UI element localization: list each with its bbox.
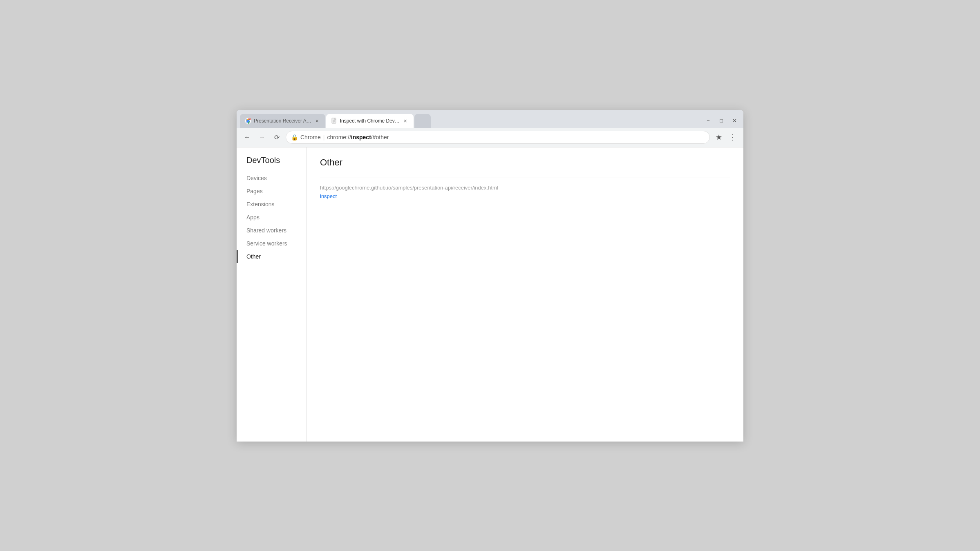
address-bold: inspect [351, 134, 371, 141]
sidebar-item-pages[interactable]: Pages [237, 185, 307, 198]
svg-point-2 [247, 120, 249, 122]
browser-window: Presentation Receiver A… × Inspect with … [237, 110, 743, 442]
close-button[interactable]: ✕ [729, 116, 740, 125]
address-bar-input[interactable]: 🔒 Chrome | chrome://inspect/#other [286, 131, 710, 144]
sidebar: DevTools Devices Pages Extensions Apps S… [237, 147, 307, 442]
main-content: Other https://googlechrome.github.io/sam… [307, 147, 743, 442]
section-divider [320, 178, 730, 178]
security-icon: 🔒 [291, 134, 298, 141]
address-path: chrome://inspect/#other [327, 134, 389, 141]
sidebar-item-apps[interactable]: Apps [237, 211, 307, 224]
entry-url: https://googlechrome.github.io/samples/p… [320, 185, 730, 191]
menu-button[interactable]: ⋮ [727, 132, 738, 143]
restore-button[interactable]: □ [716, 116, 727, 125]
sidebar-item-service-workers[interactable]: Service workers [237, 237, 307, 250]
tab1-title: Presentation Receiver A… [254, 118, 311, 124]
back-button[interactable]: ← [242, 132, 253, 143]
window-controls: − □ ✕ [703, 116, 740, 128]
page-title: Other [320, 157, 730, 168]
address-origin: Chrome [300, 134, 321, 141]
doc-icon [331, 118, 338, 124]
bookmark-button[interactable]: ★ [713, 132, 725, 143]
address-scheme: chrome:// [327, 134, 351, 141]
tab-presentation-receiver[interactable]: Presentation Receiver A… × [240, 114, 325, 128]
address-separator: | [323, 134, 325, 141]
chrome-app-icon [245, 118, 251, 124]
address-bar-right: ★ ⋮ [713, 132, 738, 143]
address-hash: /#other [371, 134, 389, 141]
minimize-button[interactable]: − [703, 116, 714, 125]
new-tab-area [414, 114, 431, 128]
sidebar-title: DevTools [237, 154, 307, 172]
sidebar-item-other[interactable]: Other [237, 250, 307, 263]
address-bar: ← → ⟳ 🔒 Chrome | chrome://inspect/#other… [237, 128, 743, 147]
sidebar-item-devices[interactable]: Devices [237, 172, 307, 185]
reload-button[interactable]: ⟳ [271, 132, 282, 143]
tab2-title: Inspect with Chrome Dev… [340, 118, 400, 124]
title-bar: Presentation Receiver A… × Inspect with … [237, 110, 743, 128]
tab1-close-icon[interactable]: × [314, 118, 320, 124]
tab-inspect-devtools[interactable]: Inspect with Chrome Dev… × [326, 114, 414, 128]
tab2-close-icon[interactable]: × [402, 118, 409, 124]
forward-button[interactable]: → [256, 132, 268, 143]
other-entry: https://googlechrome.github.io/samples/p… [320, 185, 730, 200]
sidebar-item-extensions[interactable]: Extensions [237, 198, 307, 211]
sidebar-item-shared-workers[interactable]: Shared workers [237, 224, 307, 237]
content-area: DevTools Devices Pages Extensions Apps S… [237, 147, 743, 442]
inspect-link[interactable]: inspect [320, 193, 337, 199]
